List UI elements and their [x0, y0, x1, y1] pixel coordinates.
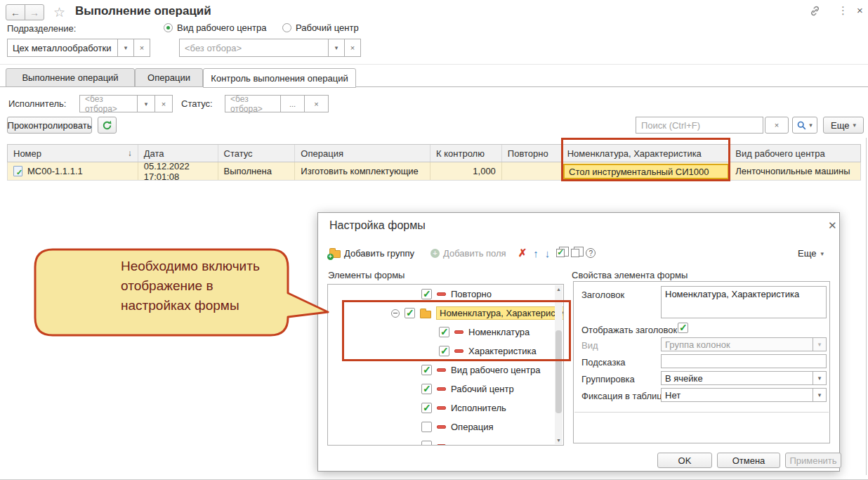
help-icon[interactable]: ? — [586, 248, 596, 258]
checkbox[interactable] — [405, 308, 415, 318]
document-posted-icon — [13, 166, 22, 176]
add-fields-button[interactable]: + Добавить поля — [430, 248, 506, 259]
checkbox[interactable] — [421, 422, 432, 432]
checkbox[interactable] — [439, 346, 449, 356]
checkbox[interactable] — [421, 403, 432, 413]
collapse-icon[interactable] — [391, 309, 400, 318]
column-header-status[interactable]: Статус — [218, 145, 296, 162]
delete-icon[interactable]: ✗ — [518, 247, 527, 259]
department-combo-clear-button[interactable]: × — [133, 39, 150, 57]
form-elements-tree[interactable]: Повторно Номенклатура, Характеристика Но… — [327, 284, 564, 446]
work-center-type-combo-clear-button[interactable]: × — [344, 39, 361, 57]
forward-button[interactable]: → — [25, 4, 44, 20]
cancel-button[interactable]: Отмена — [717, 453, 780, 468]
move-down-icon[interactable]: ↓ — [545, 247, 551, 259]
work-center-type-combo: <без отбора> ▾ × — [179, 39, 361, 57]
tab-operations[interactable]: Операции — [135, 68, 203, 87]
hint-input[interactable] — [661, 354, 827, 368]
forward-arrow-icon: → — [29, 7, 39, 18]
column-header-date[interactable]: Дата — [138, 145, 218, 162]
executor-combo-value[interactable]: <без отбора> — [79, 95, 138, 112]
radio-work-center-type[interactable]: Вид рабочего центра — [164, 22, 266, 33]
tree-item-operation[interactable]: Операция — [328, 417, 563, 436]
fixation-combo[interactable]: Нет▾ — [661, 388, 827, 402]
department-combo-value[interactable]: Цех металлообработки — [7, 39, 118, 57]
add-group-button[interactable]: + Добавить группу — [329, 248, 414, 259]
field-icon — [437, 292, 446, 296]
column-header-work-center-type[interactable]: Вид рабочего центра — [730, 145, 860, 162]
show-title-checkbox[interactable] — [678, 323, 688, 333]
department-combo-dropdown-button[interactable]: ▾ — [117, 39, 134, 57]
grouping-combo[interactable]: В ячейке▾ — [661, 371, 827, 385]
search-options-button[interactable]: ▾ — [792, 117, 817, 134]
scroll-up-icon[interactable]: ▲ — [556, 287, 561, 292]
back-button[interactable]: ← — [6, 4, 25, 20]
title-textarea[interactable]: Номенклатура, Характеристика — [661, 286, 827, 318]
executor-combo-dropdown-button[interactable]: ▾ — [137, 95, 155, 112]
check-all-icon[interactable] — [556, 249, 565, 257]
dialog-close-icon[interactable]: ✕ — [828, 219, 837, 232]
executor-combo-clear-button[interactable]: × — [154, 95, 173, 112]
kebab-menu-icon[interactable]: ⋮ — [838, 4, 848, 17]
search-input[interactable] — [636, 117, 763, 134]
tree-item-repeat[interactable]: Повторно — [328, 285, 563, 304]
work-center-type-combo-value[interactable]: <без отбора> — [179, 39, 329, 57]
radio-icon[interactable] — [164, 23, 173, 32]
column-header-number[interactable]: Номер↓ — [8, 145, 138, 162]
column-header-to-control[interactable]: К контролю — [430, 145, 502, 162]
tree-item-work-center-type[interactable]: Вид рабочего центра — [328, 361, 563, 380]
grouping-label: Группировка — [581, 374, 635, 384]
refresh-icon — [102, 120, 112, 131]
column-header-repeat[interactable]: Повторно — [502, 145, 562, 162]
radio-work-center[interactable]: Рабочий центр — [282, 22, 359, 33]
dropdown-icon[interactable]: ▾ — [813, 371, 827, 385]
dialog-more-button[interactable]: Еще▾ — [798, 248, 824, 259]
tree-item-partial[interactable] — [328, 436, 563, 446]
scrollbar-thumb[interactable] — [555, 330, 562, 413]
tree-item-nomenclature[interactable]: Номенклатура — [328, 323, 563, 342]
nav-button-group: ← → — [6, 4, 44, 20]
tab-execution-control[interactable]: Контроль выполнения операций — [203, 68, 356, 88]
status-combo-value[interactable]: <без отбора> — [225, 95, 281, 112]
tree-item-executor[interactable]: Исполнитель — [328, 398, 563, 417]
search-clear-button[interactable]: × — [765, 117, 789, 134]
column-header-operation[interactable]: Операция — [295, 145, 430, 162]
move-up-icon[interactable]: ↑ — [533, 247, 539, 259]
table-row[interactable]: МС00-1.1.1.1 05.12.2022 17:01:08 Выполне… — [7, 162, 861, 181]
tree-item-work-center[interactable]: Рабочий центр — [328, 380, 563, 398]
work-center-type-combo-dropdown-button[interactable]: ▾ — [328, 39, 345, 57]
tree-scrollbar[interactable]: ▲ ▼ — [555, 285, 563, 444]
status-combo-clear-button[interactable]: × — [304, 95, 329, 112]
checkbox[interactable] — [421, 441, 432, 446]
field-icon — [437, 387, 446, 391]
scroll-down-icon[interactable]: ▼ — [556, 438, 561, 443]
dropdown-icon[interactable]: ▾ — [813, 388, 827, 402]
tab-operations-execution[interactable]: Выполнение операций — [6, 68, 135, 87]
tree-item-nomenclature-group[interactable]: Номенклатура, Характеристика — [328, 304, 563, 323]
link-icon[interactable] — [809, 5, 821, 19]
checkbox[interactable] — [421, 384, 432, 394]
status-combo-select-button[interactable]: ... — [280, 95, 305, 112]
view-label: Вид — [581, 340, 598, 351]
cell-number: МС00-1.1.1.1 — [8, 162, 138, 180]
tree-item-characteristic[interactable]: Характеристика — [328, 342, 563, 361]
more-button[interactable]: Еще▾ — [823, 117, 864, 134]
checkbox[interactable] — [439, 327, 449, 337]
checkbox[interactable] — [421, 365, 432, 375]
refresh-button[interactable] — [98, 117, 117, 134]
cell-to-control: 1,000 — [430, 162, 502, 180]
selected-cell-nomenclature[interactable]: Стол инструментальный СИ1000 — [563, 164, 729, 179]
window-close-icon[interactable]: × — [857, 4, 863, 16]
table-header: Номер↓ Дата Статус Операция К контролю П… — [7, 144, 861, 162]
column-header-nomenclature[interactable]: Номенклатура, Характеристика — [562, 145, 730, 162]
hint-label: Подсказка — [581, 357, 626, 368]
tree-section-label: Элементы формы — [328, 270, 405, 280]
apply-button[interactable]: Применить — [785, 453, 841, 468]
ok-button[interactable]: OK — [657, 453, 712, 468]
field-icon — [454, 330, 463, 334]
uncheck-all-icon[interactable] — [571, 249, 579, 257]
favorite-star-icon[interactable]: ☆ — [53, 4, 65, 20]
control-button[interactable]: Проконтролировать — [7, 117, 92, 134]
radio-icon[interactable] — [282, 23, 291, 32]
checkbox[interactable] — [421, 289, 432, 299]
